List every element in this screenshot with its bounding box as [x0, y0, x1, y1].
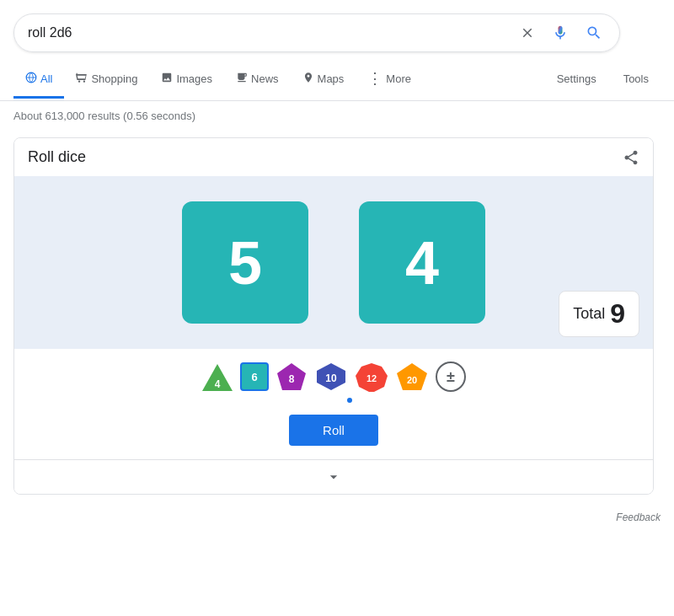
tab-shopping-label: Shopping	[91, 72, 137, 85]
card-title: Roll dice	[28, 148, 86, 166]
feedback-link[interactable]: Feedback	[616, 512, 661, 523]
card-header: Roll dice	[14, 138, 653, 176]
custom-button[interactable]: ±	[436, 362, 466, 392]
die-2-value: 4	[405, 228, 439, 297]
roll-button[interactable]: Roll	[289, 415, 378, 446]
nav-tabs: All Shopping Images News Maps ⋮ More Set…	[0, 59, 674, 101]
svg-text:10: 10	[325, 372, 337, 384]
share-button[interactable]	[623, 149, 639, 166]
d12-button[interactable]: 12	[355, 361, 388, 393]
tab-images[interactable]: Images	[149, 62, 224, 99]
tab-all-label: All	[40, 72, 52, 85]
svg-text:12: 12	[366, 373, 377, 383]
roll-button-container: Roll	[14, 408, 653, 459]
d10-button[interactable]: 10	[314, 361, 348, 393]
clear-button[interactable]	[516, 22, 538, 44]
tab-tools[interactable]: Tools	[612, 62, 661, 98]
die-1[interactable]: 5	[182, 201, 308, 324]
d6-button[interactable]: 6	[240, 362, 269, 391]
results-info: About 613,000 results (0.56 seconds)	[0, 101, 674, 131]
tab-settings-label: Settings	[557, 72, 596, 85]
search-button[interactable]	[582, 21, 606, 45]
tab-more-label: More	[386, 72, 411, 85]
search-input[interactable]	[28, 25, 516, 40]
maps-icon	[302, 72, 314, 86]
microphone-button[interactable]	[548, 21, 572, 45]
images-icon	[161, 72, 173, 86]
total-badge: Total 9	[559, 291, 639, 337]
die-2[interactable]: 4	[359, 201, 485, 324]
roll-button-label: Roll	[323, 423, 345, 437]
search-bar	[13, 13, 620, 52]
tab-shopping[interactable]: Shopping	[64, 62, 149, 99]
d6-indicator	[334, 398, 366, 403]
search-icons	[516, 21, 606, 45]
svg-text:4: 4	[215, 378, 221, 390]
selected-indicators	[14, 398, 653, 408]
nav-right: Settings Tools	[545, 62, 661, 98]
tab-images-label: Images	[176, 72, 212, 85]
custom-label: ±	[447, 368, 455, 386]
d4-indicator-space	[302, 398, 334, 403]
all-icon	[25, 72, 37, 86]
d8-button[interactable]: 8	[275, 361, 308, 393]
tab-news-label: News	[251, 72, 279, 85]
die-1-value: 5	[228, 228, 262, 297]
dice-selector: 4 6 8 10 12	[14, 349, 653, 398]
search-bar-container	[0, 0, 674, 52]
expand-button[interactable]	[14, 459, 653, 494]
tab-maps-label: Maps	[318, 72, 345, 85]
results-count-text: About 613,000 results (0.56 seconds)	[13, 110, 195, 122]
d20-button[interactable]: 20	[395, 361, 429, 393]
total-label: Total	[573, 305, 605, 323]
roll-dice-card: Roll dice 5 4 Total 9 4 6	[13, 137, 654, 495]
shopping-icon	[76, 72, 88, 86]
more-icon: ⋮	[367, 69, 382, 88]
total-value: 9	[610, 298, 625, 329]
footer: Feedback	[0, 501, 674, 533]
tab-tools-label: Tools	[623, 72, 649, 85]
tab-news[interactable]: News	[224, 62, 291, 99]
svg-text:8: 8	[289, 373, 295, 385]
tab-maps[interactable]: Maps	[291, 62, 356, 99]
svg-text:20: 20	[407, 375, 417, 385]
tab-more[interactable]: ⋮ More	[356, 59, 423, 100]
d6-label: 6	[251, 371, 257, 383]
news-icon	[236, 72, 248, 86]
d4-button[interactable]: 4	[201, 361, 233, 393]
tab-all[interactable]: All	[13, 62, 64, 99]
dice-area: 5 4 Total 9	[14, 176, 653, 349]
tab-settings[interactable]: Settings	[545, 62, 608, 98]
